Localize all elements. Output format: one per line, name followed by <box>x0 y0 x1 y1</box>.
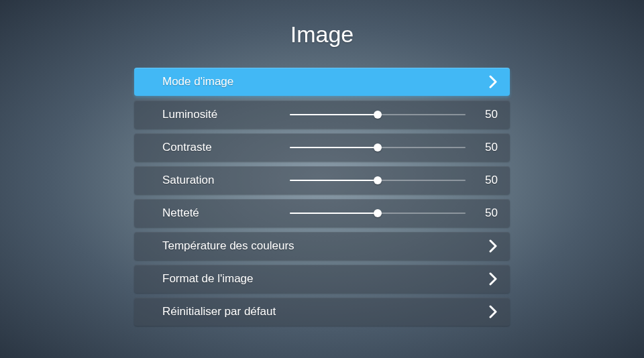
slider-fill <box>290 180 378 181</box>
menu-item-nettete[interactable]: Netteté 50 <box>134 199 510 227</box>
slider-wrap: 50 <box>290 206 498 220</box>
slider-wrap: 50 <box>290 141 498 154</box>
chevron-right-icon <box>488 272 498 286</box>
item-label: Saturation <box>162 174 290 187</box>
item-label: Luminosité <box>162 108 290 121</box>
slider-value: 50 <box>479 108 498 121</box>
saturation-slider[interactable] <box>290 174 466 187</box>
item-label: Netteté <box>162 206 290 220</box>
nettete-slider[interactable] <box>290 206 466 220</box>
item-label: Contraste <box>162 141 290 154</box>
menu-item-temperature-couleurs[interactable]: Température des couleurs <box>134 232 510 260</box>
slider-wrap: 50 <box>290 108 498 121</box>
menu-item-reinitialiser[interactable]: Réinitialiser par défaut <box>134 298 510 326</box>
slider-thumb[interactable] <box>374 209 382 217</box>
luminosite-slider[interactable] <box>290 108 466 121</box>
contraste-slider[interactable] <box>290 141 466 154</box>
slider-value: 50 <box>479 206 498 220</box>
slider-wrap: 50 <box>290 174 498 187</box>
page-title: Image <box>290 21 354 48</box>
menu-item-format-image[interactable]: Format de l'image <box>134 265 510 293</box>
item-label: Température des couleurs <box>162 239 294 253</box>
slider-thumb[interactable] <box>374 176 382 184</box>
menu-item-saturation[interactable]: Saturation 50 <box>134 166 510 194</box>
menu-item-luminosite[interactable]: Luminosité 50 <box>134 101 510 129</box>
item-label: Format de l'image <box>162 272 290 286</box>
slider-thumb[interactable] <box>374 143 382 152</box>
chevron-right-icon <box>488 74 498 89</box>
slider-fill <box>290 114 378 115</box>
chevron-right-icon <box>488 239 498 253</box>
settings-menu: Mode d'image Luminosité 50 Contraste <box>134 68 510 326</box>
slider-fill <box>290 147 378 148</box>
slider-fill <box>290 213 378 214</box>
slider-thumb[interactable] <box>374 111 382 119</box>
item-label: Réinitialiser par défaut <box>162 305 290 318</box>
slider-value: 50 <box>479 174 498 187</box>
slider-value: 50 <box>479 141 498 154</box>
menu-item-mode-image[interactable]: Mode d'image <box>134 68 510 96</box>
menu-item-contraste[interactable]: Contraste 50 <box>134 133 510 162</box>
chevron-right-icon <box>488 304 498 319</box>
item-label: Mode d'image <box>162 75 290 88</box>
